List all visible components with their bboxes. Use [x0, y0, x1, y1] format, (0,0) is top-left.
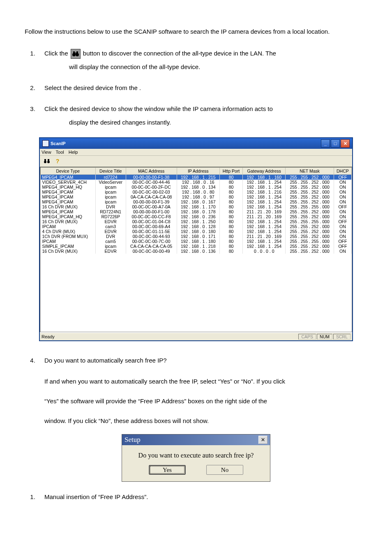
table-row[interactable]: MPEG4_IPCAM_HQipcam00-0C-0C-00-2F-DC192 … — [41, 185, 352, 190]
menu-tool[interactable]: Tool — [56, 150, 64, 155]
cell-ip: 192 . 168 . 0 . 236 — [177, 214, 219, 219]
cell-title: EDVR — [95, 229, 126, 234]
col-dhcp[interactable]: DHCP — [334, 168, 351, 175]
menu-view[interactable]: View — [42, 150, 51, 155]
col-mac[interactable]: MAC Address — [126, 168, 177, 175]
cell-type: MPEG4_IPCAM — [41, 194, 96, 199]
cell-mac: 00-0C-0C-01-04-C8 — [126, 219, 177, 224]
cell-title: ipcam — [95, 194, 126, 199]
cell-mask: 255 . 255 . 252 . 000 — [286, 229, 334, 234]
cell-type: IPCAM — [41, 224, 96, 229]
cell-port: 80 — [219, 219, 242, 224]
cell-title: ipcam — [95, 244, 126, 249]
cell-type: VIDEO_SERVER_4CH — [41, 180, 96, 185]
scanip-window: ScanIP _ □ ✕ View Tool Help ? Device Typ… — [39, 137, 353, 341]
cell-gw: 211 . 21 . 20 . 169 — [243, 214, 286, 219]
cell-gw: 192 . 168 . 1 . 254 — [243, 180, 286, 185]
cell-type: MPEG4_IPCAM_HQ — [41, 214, 96, 219]
cell-mask: 255 . 255 . 252 . 000 — [286, 224, 334, 229]
col-type[interactable]: Device Type — [41, 168, 96, 175]
svg-point-0 — [72, 53, 76, 56]
minimize-button[interactable]: _ — [321, 139, 330, 148]
table-row[interactable]: MPEG4_IPCAMRD7224N100-00-00-00-F1-00192 … — [41, 209, 352, 214]
cell-mask: 255 . 255 . 252 . 000 — [286, 234, 334, 239]
cell-gw: 192 . 168 . 1 . 160 — [243, 175, 286, 180]
col-netmask[interactable]: NET Mask — [286, 168, 334, 175]
cell-port: 80 — [219, 249, 242, 254]
help-button[interactable]: ? — [53, 157, 62, 165]
cell-mac: 00-0C-0C-00-69-A4 — [126, 224, 177, 229]
cell-type: 1Ch DVR (FROM MUX) — [41, 234, 96, 239]
cell-mask: 255 . 255 . 252 . 000 — [286, 180, 334, 185]
scan-button[interactable] — [42, 157, 51, 165]
cell-dhcp: ON — [334, 199, 351, 204]
svg-point-5 — [44, 161, 46, 163]
step-4-p2: “Yes” the software will provide the “Fre… — [44, 394, 367, 408]
cell-mask: 255 . 255 . 255 . 000 — [286, 204, 334, 209]
table-row[interactable]: 1Ch DVR (FROM MUX)DVR00-0C-0C-00-44-9319… — [41, 234, 352, 239]
statusbar: Ready CAPS NUM SCRL — [40, 332, 352, 340]
step-4-p3: window. If you click “No”, these address… — [44, 414, 367, 428]
cell-port: 80 — [219, 175, 242, 180]
cell-gw: 211 . 21 . 20 . 169 — [243, 234, 286, 239]
table-row[interactable]: IPCAMcam300-0C-0C-00-69-A4192 . 168 . 0 … — [41, 224, 352, 229]
cell-title: RD7224N1 — [95, 209, 126, 214]
col-port[interactable]: Http Port — [219, 168, 242, 175]
table-row[interactable]: 4 Ch DVR (MUX)EDVR00-0C-0C-01-11-5E192 .… — [41, 229, 352, 234]
cell-dhcp: ON — [334, 249, 351, 254]
close-button[interactable]: ✕ — [341, 139, 350, 148]
cell-port: 80 — [219, 244, 242, 249]
col-gateway[interactable]: Gateway Address — [243, 168, 286, 175]
cell-title: VideoServer — [95, 180, 126, 185]
cell-mac: 00-0C-0C-00-44-93 — [126, 234, 177, 239]
cell-ip: 192 . 168 . 0 . 178 — [177, 209, 219, 214]
cell-type: SIMPLE_IPCAM — [41, 244, 96, 249]
yes-button[interactable]: Yes — [149, 465, 186, 475]
cell-port: 80 — [219, 209, 242, 214]
cell-port: 80 — [219, 190, 242, 194]
cell-port: 80 — [219, 224, 242, 229]
table-row[interactable]: 16 Ch DVR (MUX)EDVR00-0C-0C-00-00-49192 … — [41, 249, 352, 254]
dialog-titlebar: Setup ✕ — [122, 435, 270, 445]
table-row[interactable]: MPEG4_IPCAMrd722400-00-00-00-F1-38192 . … — [41, 175, 352, 180]
menu-help[interactable]: Help — [69, 150, 78, 155]
cell-dhcp: ON — [334, 185, 351, 190]
table-row[interactable]: 16 Ch DVR (MUX)EDVR00-0C-0C-01-04-C8192 … — [41, 219, 352, 224]
cell-dhcp: ON — [334, 180, 351, 185]
dialog-close-button[interactable]: ✕ — [258, 436, 267, 444]
cell-gw: 192 . 168 . 1 . 254 — [243, 244, 286, 249]
no-button[interactable]: No — [206, 465, 243, 475]
cell-dhcp: ON — [334, 229, 351, 234]
maximize-button[interactable]: □ — [331, 139, 340, 148]
cell-type: MPEG4_IPCAM — [41, 199, 96, 204]
cell-gw: 192 . 168 . 1 . 254 — [243, 239, 286, 244]
cell-dhcp: ON — [334, 234, 351, 239]
cell-ip: 192 . 168 . 0 . 16 — [177, 180, 219, 185]
svg-rect-7 — [44, 159, 46, 161]
col-title[interactable]: Device Title — [95, 168, 126, 175]
cell-port: 80 — [219, 194, 242, 199]
cell-mask: 255 . 255 . 255 . 000 — [286, 219, 334, 224]
table-row[interactable]: SIMPLE_IPCAMipcamCA-CA-CA-CA-CA-05192 . … — [41, 244, 352, 249]
cell-title: EDVR — [95, 249, 126, 254]
app-icon — [42, 140, 49, 147]
table-row[interactable]: IPCAMcam500-0C-0C-00-7C-00192 . 168 . 1 … — [41, 239, 352, 244]
table-row[interactable]: 16 Ch DVR (MUX)DVR00-0C-0C-00-A7-0A192 .… — [41, 204, 352, 209]
cell-mac: 00-0C-0C-01-11-5E — [126, 229, 177, 234]
col-ip[interactable]: IP Address — [177, 168, 219, 175]
cell-dhcp: ON — [334, 214, 351, 219]
table-row[interactable]: MPEG4_IPCAM_HQRD7226P00-0C-0C-00-CC-F819… — [41, 214, 352, 219]
svg-point-1 — [76, 53, 79, 56]
cell-dhcp: ON — [334, 194, 351, 199]
device-table[interactable]: Device Type Device Title MAC Address IP … — [40, 167, 352, 254]
table-row[interactable]: MPEG4_IPCAMipcam00-0C-0C-00-02-03192 . 1… — [41, 190, 352, 194]
status-ready: Ready — [42, 334, 55, 339]
table-row[interactable]: MPEG4_IPCAMipcam0A-CA-CA-CA-CA-08192 . 1… — [41, 194, 352, 199]
cell-ip: 192 . 168 . 0 . 180 — [177, 229, 219, 234]
cell-gw: 192 . 168 . 1 . 254 — [243, 229, 286, 234]
table-row[interactable]: MPEG4_IPCAMipcam00-00-00-00-F1-39192 . 1… — [41, 199, 352, 204]
table-row[interactable]: VIDEO_SERVER_4CHVideoServer00-0C-0C-00-4… — [41, 180, 352, 185]
menubar: View Tool Help — [40, 149, 352, 156]
cell-gw: 192 . 168 . 1 . 254 — [243, 224, 286, 229]
cell-gw: 192 . 168 . 1 . 254 — [243, 204, 286, 209]
